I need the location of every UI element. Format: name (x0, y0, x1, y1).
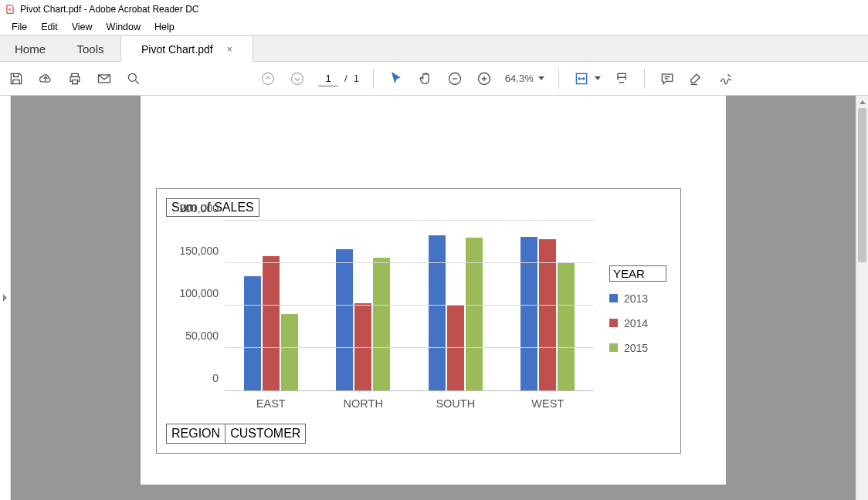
page-sep: / (344, 73, 348, 84)
y-tick: 150,000 (179, 245, 219, 257)
legend-label: 2013 (624, 292, 648, 305)
bar (447, 306, 464, 390)
divider (558, 69, 559, 89)
fit-width-icon[interactable] (573, 70, 590, 87)
bar-group (317, 221, 410, 390)
svg-point-3 (292, 73, 303, 84)
page-down-icon[interactable] (289, 70, 306, 87)
y-tick: 50,000 (185, 329, 219, 342)
bar-groups (225, 221, 594, 390)
svg-rect-7 (618, 73, 626, 77)
legend-swatch (609, 294, 618, 302)
zoom-value: 64.3% (505, 73, 534, 84)
svg-point-1 (128, 73, 136, 81)
bar (244, 276, 261, 391)
field-region: REGION (166, 424, 225, 444)
legend-item: 2014 (609, 317, 671, 329)
x-tick: NORTH (317, 391, 410, 410)
comment-icon[interactable] (659, 70, 676, 87)
bar (373, 258, 390, 390)
pdf-page: Sum of SALES 050,000100,000150,000200,00… (141, 96, 726, 485)
bar-group (502, 221, 595, 390)
page-nav: / 1 (318, 71, 359, 86)
save-icon[interactable] (8, 70, 25, 87)
caret-down-icon[interactable] (595, 76, 601, 80)
field-customer: CUSTOMER (225, 424, 306, 444)
hand-tool-icon[interactable] (417, 70, 434, 87)
svg-point-2 (263, 73, 274, 84)
menu-file[interactable]: File (5, 20, 34, 34)
axis-fields: REGION CUSTOMER (166, 424, 671, 444)
search-icon[interactable] (125, 70, 142, 87)
scroll-up-icon[interactable] (856, 96, 868, 108)
tab-document-label: Pivot Chart.pdf (141, 43, 213, 56)
caret-down-icon (538, 76, 544, 80)
zoom-in-icon[interactable] (476, 70, 493, 87)
y-tick: 100,000 (179, 287, 219, 299)
legend-label: 2015 (624, 342, 648, 354)
legend-swatch (609, 343, 618, 352)
bar (263, 256, 280, 390)
pivot-chart: Sum of SALES 050,000100,000150,000200,00… (156, 188, 681, 454)
y-tick: 200,000 (179, 202, 219, 215)
title-bar: Pivot Chart.pdf - Adobe Acrobat Reader D… (0, 0, 868, 19)
menu-bar: File Edit View Window Help (0, 19, 868, 35)
plot-area: 050,000100,000150,000200,000 (225, 221, 594, 391)
acrobat-icon (5, 4, 15, 15)
bar-group (409, 221, 502, 390)
divider (373, 69, 374, 89)
chevron-right-icon (3, 294, 7, 302)
x-labels: EASTNORTHSOUTHWEST (225, 391, 594, 410)
legend: YEAR 201320142015 (602, 221, 671, 410)
cloud-upload-icon[interactable] (37, 70, 54, 87)
side-panel-toggle[interactable] (0, 96, 11, 500)
tab-close-icon[interactable]: × (227, 43, 233, 55)
y-tick: 0 (212, 372, 219, 384)
document-canvas[interactable]: Sum of SALES 050,000100,000150,000200,00… (11, 96, 856, 500)
bar (336, 249, 353, 390)
sign-icon[interactable] (717, 70, 734, 87)
legend-item: 2015 (609, 342, 671, 354)
highlight-icon[interactable] (688, 70, 705, 87)
page-up-icon[interactable] (259, 70, 276, 87)
x-tick: SOUTH (409, 391, 502, 410)
bar (281, 314, 298, 390)
x-tick: EAST (225, 391, 317, 410)
tab-tools[interactable]: Tools (60, 36, 120, 61)
work-area: Sum of SALES 050,000100,000150,000200,00… (0, 96, 868, 500)
bar (429, 235, 446, 390)
tab-home[interactable]: Home (0, 36, 60, 61)
scroll-thumb[interactable] (858, 108, 866, 262)
page-current-input[interactable] (318, 71, 338, 86)
zoom-out-icon[interactable] (446, 70, 463, 87)
tab-document[interactable]: Pivot Chart.pdf × (120, 36, 253, 62)
legend-title: YEAR (609, 265, 666, 282)
zoom-dropdown[interactable]: 64.3% (505, 73, 544, 84)
divider (644, 69, 645, 89)
menu-window[interactable]: Window (100, 20, 147, 34)
menu-help[interactable]: Help (147, 20, 181, 34)
bar (466, 238, 483, 390)
menu-edit[interactable]: Edit (34, 20, 65, 34)
email-icon[interactable] (96, 70, 113, 87)
legend-item: 2013 (609, 292, 671, 305)
bar (520, 237, 537, 390)
legend-label: 2014 (624, 317, 648, 329)
page-total: 1 (354, 73, 359, 84)
toolbar: / 1 64.3% (0, 62, 868, 96)
page-display-icon[interactable] (613, 70, 630, 87)
plot-wrap: 050,000100,000150,000200,000 EASTNORTHSO… (166, 221, 602, 410)
vertical-scrollbar[interactable] (856, 96, 868, 500)
select-tool-icon[interactable] (388, 70, 405, 87)
print-icon[interactable] (66, 70, 83, 87)
tabs-row: Home Tools Pivot Chart.pdf × (0, 35, 868, 62)
bar (558, 263, 575, 390)
x-tick: WEST (502, 391, 595, 410)
menu-view[interactable]: View (65, 20, 100, 34)
bar-group (225, 221, 317, 390)
window-title: Pivot Chart.pdf - Adobe Acrobat Reader D… (20, 4, 198, 15)
legend-swatch (609, 319, 618, 327)
